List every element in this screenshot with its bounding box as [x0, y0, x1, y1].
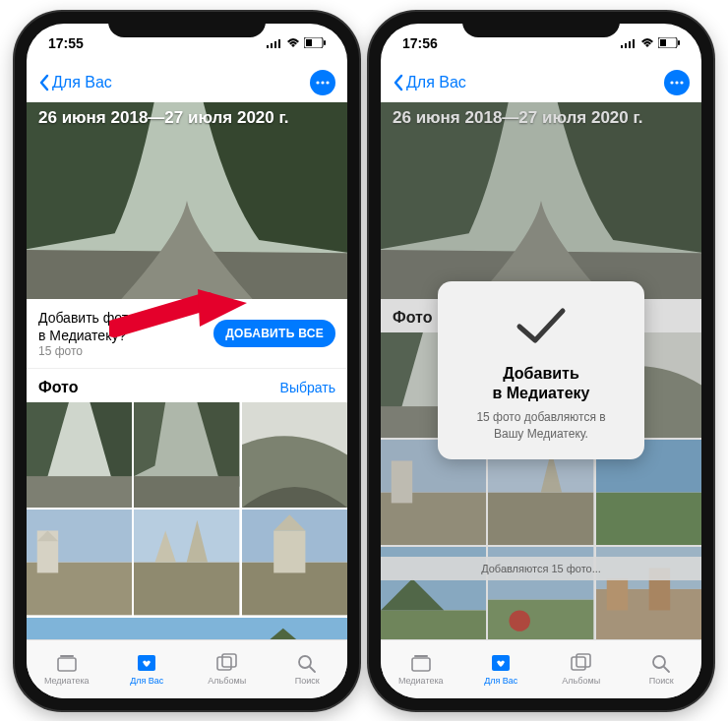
- ellipsis-icon: [670, 81, 684, 85]
- svg-point-31: [299, 656, 311, 668]
- back-button[interactable]: Для Вас: [393, 74, 466, 91]
- tab-label: Альбомы: [562, 676, 600, 686]
- svg-rect-12: [27, 476, 132, 508]
- add-subtitle: 15 фото: [38, 344, 136, 358]
- tab-library[interactable]: Медиатека: [27, 640, 107, 698]
- back-label: Для Вас: [406, 74, 466, 91]
- svg-rect-2: [274, 41, 276, 48]
- ellipsis-icon: [316, 81, 330, 85]
- photo-thumb[interactable]: [242, 402, 347, 508]
- more-button[interactable]: [664, 70, 690, 95]
- status-indicators: [621, 37, 680, 48]
- svg-line-71: [664, 667, 669, 672]
- for-you-icon: [489, 652, 513, 674]
- tab-for-you[interactable]: Для Вас: [461, 640, 542, 698]
- select-button[interactable]: Выбрать: [280, 380, 335, 395]
- svg-rect-14: [134, 476, 239, 508]
- svg-rect-1: [271, 43, 273, 48]
- library-icon: [55, 652, 79, 674]
- add-action-row: Добавить фотов Медиатеку? 15 фото ДОБАВИ…: [27, 299, 347, 369]
- svg-rect-3: [278, 39, 280, 48]
- svg-point-9: [326, 81, 329, 84]
- section-header: Фото Выбрать: [27, 369, 347, 402]
- add-q-line1: Добавить фото: [38, 310, 136, 326]
- svg-rect-20: [134, 563, 239, 616]
- svg-rect-34: [625, 43, 627, 48]
- svg-rect-36: [633, 39, 635, 48]
- svg-rect-65: [412, 658, 430, 671]
- notch: [462, 12, 620, 37]
- svg-point-42: [680, 81, 683, 84]
- status-time: 17:56: [402, 35, 438, 51]
- photo-thumb[interactable]: [27, 510, 132, 615]
- tab-label: Поиск: [295, 676, 320, 686]
- add-all-button[interactable]: ДОБАВИТЬ ВСЕ: [213, 320, 335, 347]
- tab-label: Поиск: [649, 676, 674, 686]
- more-button[interactable]: [310, 70, 335, 95]
- tab-albums[interactable]: Альбомы: [187, 640, 268, 698]
- svg-point-70: [653, 656, 665, 668]
- tab-label: Медиатека: [44, 676, 90, 686]
- tab-search[interactable]: Поиск: [268, 640, 348, 698]
- back-button[interactable]: Для Вас: [38, 74, 112, 91]
- svg-rect-29: [217, 657, 231, 670]
- content: 26 июня 2018—27 июля 2020 г. Фото Добавл…: [381, 102, 701, 639]
- tab-albums[interactable]: Альбомы: [541, 640, 622, 698]
- library-icon: [409, 652, 433, 674]
- albums-icon: [215, 652, 239, 674]
- tab-label: Для Вас: [130, 676, 163, 686]
- svg-rect-26: [58, 658, 76, 671]
- hero-title: 26 июня 2018—27 июля 2020 г.: [38, 108, 289, 128]
- for-you-icon: [135, 652, 158, 674]
- albums-icon: [570, 652, 593, 674]
- wifi-icon: [640, 38, 654, 48]
- tab-library[interactable]: Медиатека: [381, 640, 461, 698]
- wifi-icon: [286, 38, 300, 48]
- photo-thumb[interactable]: [27, 618, 347, 639]
- photo-thumb[interactable]: [134, 510, 239, 615]
- svg-rect-39: [660, 39, 666, 46]
- tab-bar: Медиатека Для Вас Альбомы Поиск: [27, 639, 347, 698]
- phone-right: 17:56 Для Вас: [369, 12, 713, 710]
- screen-right: 17:56 Для Вас: [381, 24, 701, 698]
- notch: [108, 12, 266, 37]
- battery-icon: [658, 37, 680, 48]
- signal-icon: [621, 38, 637, 48]
- chevron-left-icon: [393, 74, 404, 91]
- tab-label: Альбомы: [208, 676, 246, 686]
- photo-thumb[interactable]: [242, 510, 347, 615]
- svg-rect-27: [60, 655, 74, 657]
- screen-left: 17:55 Для Вас: [27, 24, 347, 698]
- modal-overlay: Добавитьв Медиатеку 15 фото добавляются …: [381, 102, 701, 639]
- svg-rect-66: [414, 655, 428, 657]
- tab-for-you[interactable]: Для Вас: [107, 640, 188, 698]
- svg-line-32: [310, 667, 315, 672]
- search-icon: [295, 652, 319, 674]
- tab-bar: Медиатека Для Вас Альбомы Поиск: [381, 639, 701, 698]
- svg-point-41: [675, 81, 678, 84]
- svg-point-7: [316, 81, 319, 84]
- svg-rect-33: [621, 45, 623, 48]
- chevron-left-icon: [38, 74, 50, 91]
- content: 26 июня 2018—27 июля 2020 г. Добавить фо…: [27, 102, 347, 639]
- tab-search[interactable]: Поиск: [622, 640, 702, 698]
- battery-icon: [304, 37, 326, 48]
- svg-rect-35: [629, 41, 631, 48]
- popup-title: Добавитьв Медиатеку: [454, 364, 629, 403]
- svg-rect-5: [324, 40, 326, 45]
- svg-rect-24: [27, 618, 347, 639]
- svg-rect-68: [572, 657, 585, 670]
- svg-rect-23: [273, 531, 305, 573]
- back-label: Для Вас: [52, 74, 112, 91]
- svg-point-8: [321, 81, 324, 84]
- svg-rect-6: [306, 39, 312, 46]
- search-icon: [649, 652, 673, 674]
- status-time: 17:55: [48, 35, 84, 51]
- photo-thumb[interactable]: [27, 402, 132, 508]
- status-indicators: [267, 37, 326, 48]
- photo-thumb[interactable]: [134, 402, 239, 508]
- nav-bar: Для Вас: [27, 63, 347, 102]
- svg-rect-69: [576, 654, 590, 667]
- hero-photo[interactable]: 26 июня 2018—27 июля 2020 г.: [27, 102, 347, 299]
- phone-left: 17:55 Для Вас: [15, 12, 359, 710]
